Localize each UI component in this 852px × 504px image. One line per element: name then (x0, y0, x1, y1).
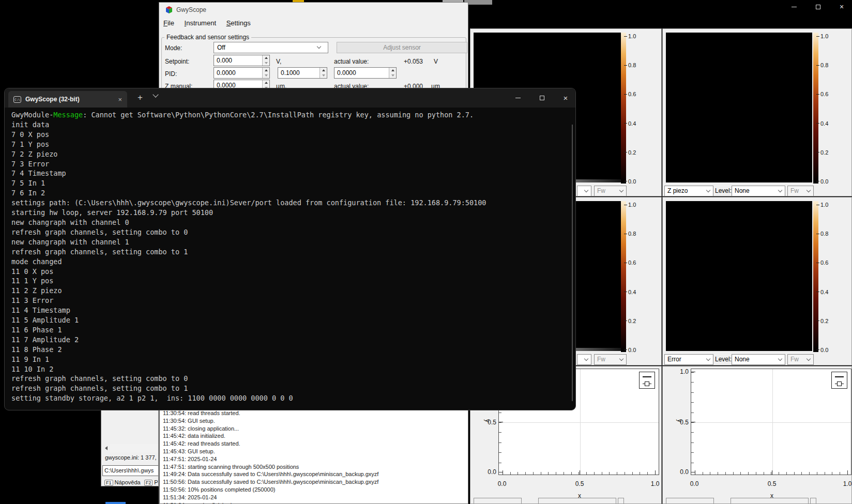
spin-down-icon[interactable] (320, 73, 327, 78)
colorbar-tick-label: 0.4 (816, 120, 837, 127)
channel-combo-cut[interactable] (577, 186, 591, 196)
colorbar-tick-label: 1.0 (624, 202, 645, 208)
tab-close-icon[interactable]: × (115, 96, 127, 103)
colorbar-scale: 1.00.80.60.40.20.0 (624, 202, 645, 353)
graph-button-cut[interactable] (810, 498, 816, 504)
pid-i-spinbox[interactable]: 0.1000 (278, 67, 327, 79)
colorbar-tick-label: 0.2 (624, 318, 645, 324)
channel-combo[interactable]: Error (664, 354, 713, 365)
colorbar-tick-label: 0.8 (816, 231, 837, 237)
scan-image[interactable] (666, 33, 812, 182)
setpoint-spinbox[interactable]: 0.000 (214, 55, 270, 66)
spin-down-icon[interactable] (389, 73, 396, 78)
window-fragment-gray2 (464, 0, 492, 5)
background-maximize-button[interactable] (810, 2, 826, 11)
channel-combo[interactable]: Z piezo (664, 186, 713, 196)
graph-combo-cut[interactable] (474, 498, 522, 504)
direction-combo[interactable]: Fw (594, 186, 627, 196)
chevron-down-icon (317, 44, 321, 49)
menu-file[interactable]: File (159, 18, 178, 27)
console-line: init data (11, 120, 567, 130)
console-output[interactable]: GwyModule-Message: Cannot get Software\P… (11, 110, 567, 407)
terminal-scrollbar[interactable] (572, 125, 573, 401)
console-line: 11 2 Z piezo (11, 286, 567, 296)
colorbar-scale: 1.00.80.60.40.20.0 (624, 33, 645, 185)
console-line: 11 3 Error (11, 296, 567, 306)
console-line: 7 1 Y pos (11, 140, 567, 149)
terminal-close-button[interactable]: × (558, 91, 573, 104)
spin-up-icon[interactable] (263, 55, 269, 60)
channel-combo-cut[interactable] (577, 354, 591, 365)
terminal-title-bar[interactable]: C:\ GwyScope (32-bit) × + × (5, 88, 575, 108)
maximize-icon (816, 5, 820, 9)
pid-p-spinbox[interactable]: 0.0000 (214, 67, 270, 79)
message-log-list[interactable]: 11:30:54: read threads started.11:30:54:… (159, 409, 468, 504)
terminal-maximize-button[interactable] (534, 91, 550, 104)
menu-instrument[interactable]: Instrument (180, 18, 220, 27)
spin-up-icon[interactable] (263, 68, 269, 73)
scroll-left-icon[interactable] (102, 444, 110, 452)
colorbar-tick-label: 0.2 (816, 149, 837, 156)
menu-settings[interactable]: Settings (222, 18, 255, 27)
tab-dropdown-icon[interactable] (153, 91, 158, 97)
pid-d-spinbox[interactable]: 0.0000 (334, 67, 397, 79)
colorbar-tick-label: 1.0 (816, 33, 837, 39)
graph-combo-cut[interactable] (538, 498, 616, 504)
status-bar: F1Nápověda F2P (104, 479, 158, 486)
graph-combo-cut[interactable] (666, 498, 714, 504)
graph-combo-cut[interactable] (731, 498, 809, 504)
direction-combo[interactable]: Fw (787, 354, 814, 365)
console-line: settings path: (C:\Users\hhh\.gwyscope\g… (11, 198, 567, 208)
log-line: 11:45:43: GUI setup. (160, 448, 468, 455)
ini-info-label: gwyscope.ini: 1 377, (105, 454, 157, 461)
direction-combo[interactable]: Fw (787, 186, 814, 196)
y-major-tick (691, 372, 695, 372)
close-icon: × (564, 94, 568, 102)
y-tick-label: 1.0 (674, 368, 689, 375)
colorbar-tick-label: 0.8 (624, 62, 645, 68)
spin-down-icon[interactable] (263, 73, 269, 78)
direction-combo[interactable]: Fw (594, 354, 627, 365)
chevron-down-icon (807, 188, 811, 192)
level-value: None (735, 356, 750, 363)
graph-panel-right: 1.0 0.5 0.0 y 0.0 0.5 1.0 x (662, 366, 852, 504)
graph-legend-icon[interactable] (831, 372, 847, 389)
colorbar-scale: 1.00.80.60.40.20.0 (816, 202, 837, 353)
spin-down-icon[interactable] (263, 60, 269, 66)
x-tick-label: 0.5 (572, 480, 587, 487)
x-tick-label: 0.5 (764, 480, 780, 487)
log-line: 11:51:34: 2025-01-24 (160, 494, 468, 501)
title-bar[interactable]: GwyScope (159, 3, 468, 18)
mode-combo[interactable]: Off (214, 42, 328, 53)
console-line: 11 10 In 2 (11, 364, 567, 374)
x-major-tick (503, 470, 503, 475)
graph-legend-icon[interactable] (639, 372, 655, 389)
log-line: 11:45:42: data initialized. (160, 432, 468, 440)
background-minimize-button[interactable] (786, 2, 802, 11)
terminal-minimize-button[interactable] (510, 91, 526, 104)
colorbar-tick-label: 0.6 (624, 259, 645, 266)
path-input[interactable]: C:\Users\hhh\.gwys (102, 465, 159, 476)
level-combo[interactable]: None (732, 186, 785, 196)
channel-value: Error (667, 356, 681, 363)
background-close-button[interactable]: × (834, 2, 849, 11)
graph-plot-area[interactable] (691, 369, 851, 475)
legend-line-sample (643, 376, 651, 377)
scan-image[interactable] (666, 201, 812, 351)
adjust-sensor-button[interactable]: Adjust sensor (337, 42, 467, 53)
colorbar-tick-label: 0.2 (816, 318, 837, 324)
pid-d-value: 0.0000 (334, 68, 396, 77)
chevron-down-icon (778, 356, 782, 360)
colorbar-tick-label: 0.0 (624, 178, 645, 185)
horizontal-scrollbar[interactable] (102, 444, 159, 452)
spin-up-icon[interactable] (263, 80, 269, 85)
new-tab-button[interactable]: + (134, 93, 146, 103)
colorbar-tick-label: 0.0 (816, 347, 837, 353)
terminal-tab[interactable]: C:\ GwyScope (32-bit) × (8, 91, 127, 108)
spin-up-icon[interactable] (320, 68, 327, 73)
x-tick-label: 0.0 (494, 480, 510, 487)
x-major-tick (772, 470, 772, 475)
graph-button-cut[interactable] (618, 498, 624, 504)
spin-up-icon[interactable] (389, 68, 396, 73)
level-combo[interactable]: None (732, 354, 785, 365)
